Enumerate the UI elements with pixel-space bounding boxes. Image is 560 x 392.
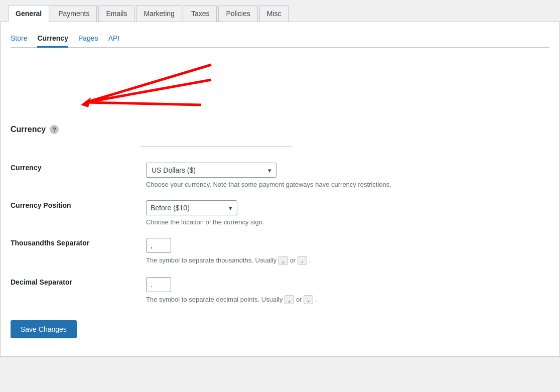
- content-area: Store Currency Pages API Currency ?: [0, 22, 560, 357]
- currency-position-field: Before ($10) After (10$) Left with space…: [141, 194, 549, 232]
- currency-position-row: Currency Position Before ($10) After (10…: [11, 194, 549, 232]
- currency-description: Choose your currency. Note that some pay…: [146, 181, 549, 188]
- subtab-currency[interactable]: Currency: [37, 30, 68, 48]
- red-arrow-svg: [11, 60, 221, 120]
- decimal-separator-row: Decimal Separator The symbol to separate…: [11, 271, 549, 310]
- subtab-pages[interactable]: Pages: [78, 30, 98, 48]
- thousandths-separator-row: Thousandths Separator The symbol to sepa…: [11, 232, 549, 271]
- tab-emails[interactable]: Emails: [98, 5, 134, 22]
- subtab-store[interactable]: Store: [11, 30, 27, 48]
- currency-field: US Dollars ($) Euros (€) British Pounds …: [141, 157, 549, 194]
- thousandths-badge2: .: [298, 256, 307, 265]
- tab-policies[interactable]: Policies: [218, 5, 257, 22]
- thousandths-badge1: ,: [278, 256, 288, 265]
- currency-position-description: Choose the location of the currency sign…: [146, 218, 549, 226]
- decimal-separator-label: Decimal Separator: [11, 271, 141, 310]
- thousandths-separator-field: The symbol to separate thousandths. Usua…: [141, 232, 549, 271]
- decimal-separator-input[interactable]: [146, 277, 171, 292]
- currency-label: Currency: [11, 157, 141, 194]
- tab-taxes[interactable]: Taxes: [184, 5, 217, 22]
- save-changes-button[interactable]: Save Changes: [11, 320, 77, 338]
- page-wrapper: General Payments Emails Marketing Taxes …: [0, 0, 560, 392]
- arrow-annotation: [11, 60, 549, 120]
- currency-position-select-wrapper: Before ($10) After (10$) Left with space…: [146, 200, 237, 215]
- tab-general[interactable]: General: [8, 5, 49, 22]
- sub-tab-nav: Store Currency Pages API: [11, 30, 549, 48]
- svg-line-3: [86, 102, 201, 105]
- top-tab-nav: General Payments Emails Marketing Taxes …: [0, 0, 560, 22]
- thousandths-separator-description: The symbol to separate thousandths. Usua…: [146, 256, 549, 265]
- tab-misc[interactable]: Misc: [259, 5, 289, 22]
- section-heading: Currency ?: [11, 125, 549, 134]
- settings-form: Currency US Dollars ($) Euros (€) Britis…: [11, 157, 549, 310]
- section-title: Currency: [11, 125, 46, 134]
- decimal-separator-field: The symbol to separate decimal points. U…: [141, 271, 549, 310]
- currency-select[interactable]: US Dollars ($) Euros (€) British Pounds …: [146, 163, 276, 178]
- decimal-badge2: .: [304, 295, 313, 304]
- help-icon[interactable]: ?: [50, 125, 59, 134]
- decimal-badge1: ,: [285, 295, 294, 304]
- currency-select-wrapper: US Dollars ($) Euros (€) British Pounds …: [146, 163, 276, 178]
- tab-payments[interactable]: Payments: [51, 5, 97, 22]
- divider: [141, 146, 292, 147]
- currency-row: Currency US Dollars ($) Euros (€) Britis…: [11, 157, 549, 194]
- tab-marketing[interactable]: Marketing: [136, 5, 182, 22]
- currency-position-select[interactable]: Before ($10) After (10$) Left with space…: [146, 200, 237, 215]
- thousandths-separator-label: Thousandths Separator: [11, 232, 141, 271]
- decimal-separator-description: The symbol to separate decimal points. U…: [146, 295, 549, 304]
- subtab-api[interactable]: API: [108, 30, 120, 48]
- thousandths-separator-input[interactable]: [146, 238, 171, 253]
- currency-position-label: Currency Position: [11, 194, 141, 232]
